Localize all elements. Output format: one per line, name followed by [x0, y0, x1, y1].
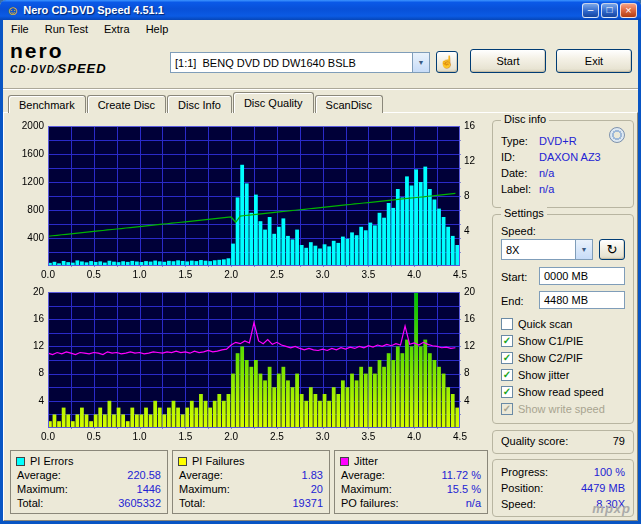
close-button[interactable]: × — [620, 3, 637, 18]
app-window: ☺ Nero CD-DVD Speed 4.51.1 – □ × File Ru… — [0, 0, 641, 524]
nero-logo: nero CD·DVD⁄SPEED — [10, 40, 107, 75]
checkbox-label: Show jitter — [518, 369, 569, 381]
disc-type-value: DVD+R — [539, 135, 577, 147]
start-button[interactable]: Start — [470, 49, 546, 73]
pi-errors-stats-title: PI Errors — [30, 455, 73, 467]
scan-start-label: Start: — [501, 271, 527, 283]
checkbox-icon: ✓ — [501, 318, 513, 330]
disc-type-label: Type: — [501, 135, 539, 147]
pi-failures-chart — [8, 286, 486, 444]
hand-icon: ☝ — [440, 55, 455, 69]
pi-errors-stats: PI Errors Average:220.58 Maximum:1446 To… — [10, 450, 168, 514]
checkbox-icon: ✓ — [501, 335, 513, 347]
menu-file[interactable]: File — [3, 21, 37, 37]
stat-label: Average: — [341, 468, 385, 482]
stat-value: 20 — [311, 482, 323, 496]
disc-id-value: DAXON AZ3 — [539, 151, 601, 163]
tab-benchmark[interactable]: Benchmark — [8, 95, 86, 113]
disc-info-title: Disc info — [501, 113, 549, 125]
jitter-legend-icon — [340, 457, 349, 466]
watermark: mpxp — [592, 501, 631, 516]
position-label: Position: — [501, 482, 543, 494]
quality-score-value: 79 — [613, 435, 625, 447]
refresh-icon: ↻ — [607, 242, 618, 257]
stat-value: 19371 — [292, 496, 323, 510]
speed-select[interactable]: 8X ▼ — [501, 239, 593, 260]
maximize-button[interactable]: □ — [601, 3, 618, 18]
stat-label: Total: — [179, 496, 205, 510]
stat-label: Maximum: — [17, 482, 68, 496]
exit-button[interactable]: Exit — [556, 49, 632, 73]
settings-title: Settings — [501, 207, 547, 219]
tab-create-disc[interactable]: Create Disc — [87, 95, 166, 113]
disc-date-label: Date: — [501, 167, 539, 179]
progress-label: Progress: — [501, 466, 548, 478]
drive-selector[interactable]: [1:1] BENQ DVD DD DW1640 BSLB ▼ — [170, 52, 430, 73]
refresh-speed-button[interactable]: ↻ — [599, 239, 625, 260]
logo-cddvd-text: CD·DVD — [10, 64, 55, 75]
disc-id-label: ID: — [501, 151, 539, 163]
stat-value: 15.5 % — [447, 482, 481, 496]
stat-value: 3605332 — [118, 496, 161, 510]
drive-info-button[interactable]: ☝ — [436, 51, 458, 73]
stat-label: Maximum: — [179, 482, 230, 496]
checkbox-label: Show C2/PIF — [518, 352, 583, 364]
chevron-down-icon[interactable]: ▼ — [575, 240, 592, 259]
stat-value: n/a — [466, 496, 481, 510]
speed-label: Speed: — [501, 225, 536, 237]
checkbox-quick-scan[interactable]: ✓ Quick scan — [501, 317, 629, 331]
scan-start-input[interactable]: 0000 MB — [539, 267, 625, 285]
tab-scandisc[interactable]: ScanDisc — [315, 95, 383, 113]
checkbox-show-jitter[interactable]: ✓ Show jitter — [501, 368, 629, 382]
tab-disc-quality[interactable]: Disc Quality — [233, 92, 314, 113]
disc-label-value: n/a — [539, 183, 554, 195]
menu-run-test[interactable]: Run Test — [37, 21, 96, 37]
pi-failures-stats: PI Failures Average:1.83 Maximum:20 Tota… — [172, 450, 330, 514]
scan-end-input[interactable]: 4480 MB — [539, 291, 625, 309]
pi-failures-stats-title: PI Failures — [192, 455, 245, 467]
scan-end-label: End: — [501, 295, 524, 307]
jitter-stats-title: Jitter — [354, 455, 378, 467]
logo-speed-text: SPEED — [58, 61, 107, 76]
stat-value: 1.83 — [302, 468, 323, 482]
settings-group: Settings Speed: 8X ▼ ↻ Start: 0000 MB En… — [492, 214, 634, 424]
pi-errors-legend-icon — [16, 457, 25, 466]
disc-date-value: n/a — [539, 167, 554, 179]
stat-label: PO failures: — [341, 496, 398, 510]
menu-extra[interactable]: Extra — [96, 21, 138, 37]
scan-speed-label: Speed: — [501, 498, 536, 510]
disc-label-label: Label: — [501, 183, 539, 195]
chevron-down-icon[interactable]: ▼ — [412, 53, 429, 72]
app-icon: ☺ — [6, 3, 19, 18]
stat-value: 11.72 % — [441, 468, 481, 482]
logo-text: nero — [10, 40, 107, 61]
tab-disc-info[interactable]: Disc Info — [167, 95, 232, 113]
checkbox-show-write-speed: ✓ Show write speed — [501, 402, 629, 416]
progress-value: 100 % — [594, 466, 625, 478]
disc-info-group: Disc info Type:DVD+R ID:DAXON AZ3 Date:n… — [492, 120, 634, 208]
jitter-stats: Jitter Average:11.72 % Maximum:15.5 % PO… — [334, 450, 488, 514]
pi-errors-chart — [8, 120, 486, 282]
stat-label: Maximum: — [341, 482, 392, 496]
checkbox-show-read-speed[interactable]: ✓ Show read speed — [501, 385, 629, 399]
drive-selector-value: [1:1] BENQ DVD DD DW1640 BSLB — [171, 57, 412, 69]
stat-label: Average: — [179, 468, 223, 482]
checkbox-icon: ✓ — [501, 386, 513, 398]
title-bar[interactable]: ☺ Nero CD-DVD Speed 4.51.1 – □ × — [0, 0, 641, 20]
minimize-button[interactable]: – — [582, 3, 599, 18]
quality-score-box: Quality score: 79 — [492, 430, 634, 454]
window-title: Nero CD-DVD Speed 4.51.1 — [23, 4, 582, 16]
tab-strip: Benchmark Create Disc Disc Info Disc Qua… — [8, 93, 384, 113]
checkbox-label: Show C1/PIE — [518, 335, 583, 347]
menu-help[interactable]: Help — [138, 21, 177, 37]
quality-score-label: Quality score: — [501, 435, 568, 447]
stat-value: 220.58 — [127, 468, 161, 482]
menu-bar: File Run Test Extra Help — [3, 20, 638, 38]
stat-value: 1446 — [137, 482, 161, 496]
checkbox-show-c1-pie[interactable]: ✓ Show C1/PIE — [501, 334, 629, 348]
speed-value: 8X — [502, 244, 575, 256]
checkbox-label: Quick scan — [518, 318, 572, 330]
checkbox-icon: ✓ — [501, 403, 513, 415]
checkbox-show-c2-pif[interactable]: ✓ Show C2/PIF — [501, 351, 629, 365]
stat-label: Average: — [17, 468, 61, 482]
